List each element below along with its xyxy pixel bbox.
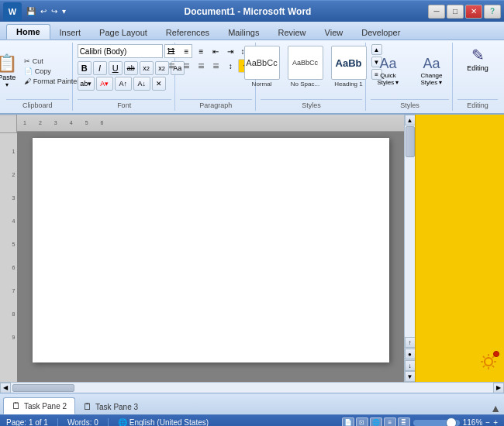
zoom-thumb[interactable]	[446, 417, 457, 427]
tab-mailings[interactable]: Mailings	[219, 26, 268, 40]
align-right-button[interactable]: ≡	[194, 59, 208, 73]
copy-button[interactable]: 📄 Copy	[22, 67, 81, 76]
align-center-button[interactable]: ≡	[179, 59, 193, 73]
no-spacing-style-btn[interactable]: AaBbCc No Spac...	[285, 44, 326, 89]
tab-view[interactable]: View	[316, 26, 353, 40]
ruler-mark-7: 7	[12, 288, 16, 294]
change-styles-button[interactable]: Aa ChangeStyles ▾	[412, 54, 452, 88]
maximize-btn[interactable]: □	[447, 5, 464, 19]
heading1-style-btn[interactable]: AaBb Heading 1	[328, 44, 370, 89]
underline-button[interactable]: U	[109, 61, 123, 75]
print-layout-btn[interactable]: 📄	[342, 417, 354, 427]
normal-style-btn[interactable]: AaBbCc Normal	[241, 44, 283, 89]
font-format-row2: ab▾ A▾ A↑ A↓ ✕	[78, 77, 166, 91]
zoom-out-btn[interactable]: −	[485, 418, 490, 426]
window-controls: ─ □ ✕ ?	[428, 5, 501, 19]
change-styles-icon: Aa	[423, 56, 440, 72]
line-spacing-button[interactable]: ↕	[223, 59, 237, 73]
tab-developer[interactable]: Developer	[352, 26, 409, 40]
justify-button[interactable]: ≡	[209, 59, 223, 73]
font-group-label: Font	[78, 99, 171, 109]
document-scroll-area[interactable]	[17, 132, 404, 382]
editing-content: ✎ Editing	[462, 44, 493, 99]
h-scroll-left-btn[interactable]: ◀	[0, 383, 11, 393]
tab-review[interactable]: Review	[268, 26, 315, 40]
vertical-ruler: 1 2 3 4 5 6 7 8 9	[0, 133, 17, 382]
tab-insert[interactable]: Insert	[50, 26, 91, 40]
italic-button[interactable]: I	[93, 61, 107, 75]
minimize-btn[interactable]: ─	[428, 5, 445, 19]
zoom-section: 📄 ⊡ 🌐 ≡ ≣ 116% − +	[342, 417, 498, 427]
scroll-thumb[interactable]	[406, 126, 415, 157]
language-text: English (United States)	[129, 418, 209, 426]
subscript-button[interactable]: x2	[140, 61, 154, 75]
tab-home[interactable]: Home	[6, 24, 50, 40]
clear-formatting-button[interactable]: ✕	[152, 77, 166, 91]
outline-btn[interactable]: ≡	[384, 417, 396, 427]
save-quickaccess-btn[interactable]: 💾	[25, 5, 37, 17]
page-status-text: Page: 1 of 1	[6, 418, 48, 426]
zoom-in-btn[interactable]: +	[493, 418, 498, 426]
select-browse-btn[interactable]: ●	[405, 349, 416, 359]
h-scroll-right-btn[interactable]: ▶	[493, 383, 504, 393]
increase-indent-button[interactable]: ⇥	[223, 44, 237, 58]
redo-quickaccess-btn[interactable]: ↪	[50, 5, 59, 17]
scroll-up-btn[interactable]: ▲	[405, 115, 416, 125]
undo-quickaccess-btn[interactable]: ↩	[39, 5, 48, 17]
quick-styles-button[interactable]: Aa QuickStyles ▾	[368, 54, 409, 88]
paste-icon: 📋	[0, 53, 17, 74]
close-btn[interactable]: ✕	[465, 5, 482, 19]
help-btn[interactable]: ?	[484, 5, 501, 19]
ribbon-tabs: Home Insert Page Layout References Maili…	[0, 22, 504, 40]
font-name-input[interactable]	[78, 44, 163, 58]
shrink-font-button[interactable]: A↓	[133, 77, 150, 91]
full-screen-btn[interactable]: ⊡	[356, 417, 368, 427]
taskpane-tab-2[interactable]: 🗒 Task Pane 3	[75, 399, 146, 414]
svg-line-7	[492, 366, 494, 367]
qa-customize-btn[interactable]: ▾	[60, 5, 67, 17]
text-highlight-button[interactable]: ab▾	[78, 77, 95, 91]
document-content[interactable]	[48, 153, 374, 347]
ribbon-group-style-buttons: Aa QuickStyles ▾ Aa ChangeStyles ▾ Style…	[368, 43, 453, 111]
taskpane-expand-btn[interactable]: ▲	[490, 402, 501, 414]
ruler-mark-9: 9	[12, 335, 16, 340]
page-nav-buttons: ↑ ● ↓	[405, 337, 416, 371]
align-left-button[interactable]: ≡	[164, 59, 178, 73]
language-status[interactable]: 🌐 English (United States)	[118, 418, 209, 426]
paste-button[interactable]: 📋 Paste ▾	[0, 52, 20, 90]
ribbon-group-editing: ✎ Editing Editing	[454, 43, 501, 111]
svg-line-9	[483, 366, 485, 367]
document-page[interactable]	[33, 138, 389, 362]
grow-font-button[interactable]: A↑	[115, 77, 132, 91]
editing-button[interactable]: ✎ Editing	[462, 44, 493, 74]
language-flag-icon: 🌐	[118, 418, 127, 426]
bullets-button[interactable]: ☰	[164, 44, 178, 58]
prev-page-btn[interactable]: ↑	[405, 337, 416, 348]
view-buttons: 📄 ⊡ 🌐 ≡ ≣	[342, 417, 410, 427]
web-layout-btn[interactable]: 🌐	[370, 417, 382, 427]
next-page-btn[interactable]: ↓	[405, 360, 416, 371]
paste-dropdown-icon: ▾	[5, 81, 9, 88]
normal-style-label: Normal	[252, 81, 272, 88]
format-painter-button[interactable]: 🖌 Format Painter	[22, 77, 81, 86]
font-color-button[interactable]: A▾	[96, 77, 113, 91]
scroll-down-btn[interactable]: ▼	[405, 371, 416, 382]
h-scroll-track[interactable]	[11, 383, 493, 393]
clipboard-group-label: Clipboard	[6, 99, 69, 109]
scroll-track[interactable]	[405, 125, 415, 337]
tab-page-layout[interactable]: Page Layout	[90, 26, 157, 40]
zoom-slider[interactable]	[413, 420, 460, 426]
title-bar: W 💾 ↩ ↪ ▾ Document1 - Microsoft Word ─ □…	[0, 0, 504, 22]
tab-references[interactable]: References	[157, 26, 219, 40]
bold-button[interactable]: B	[78, 61, 91, 75]
multilevel-button[interactable]: ≡	[194, 44, 208, 58]
cut-button[interactable]: ✂ Cut	[22, 57, 81, 66]
strikethrough-button[interactable]: ab	[124, 61, 138, 75]
taskpane-tabs: 🗒 Task Pane 2 🗒 Task Pane 3 ▲	[0, 393, 504, 414]
decrease-indent-button[interactable]: ⇤	[209, 44, 223, 58]
h-scroll-thumb[interactable]	[12, 384, 74, 392]
ruler-mark-3: 3	[12, 195, 16, 201]
numbering-button[interactable]: ≡	[179, 44, 193, 58]
taskpane-tab-1[interactable]: 🗒 Task Pane 2	[3, 397, 75, 414]
draft-btn[interactable]: ≣	[398, 417, 410, 427]
